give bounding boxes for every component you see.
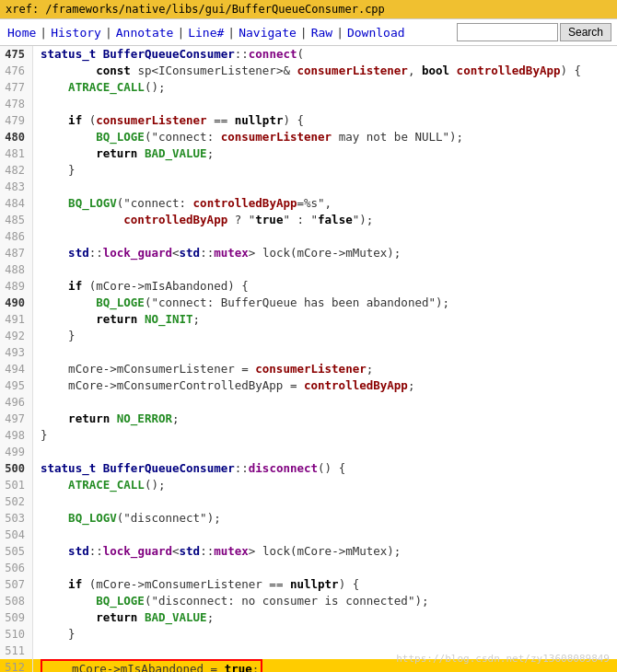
line-content	[33, 643, 617, 659]
line-number: 496	[0, 394, 33, 411]
table-row: 510 }	[0, 626, 617, 643]
line-content: }	[33, 328, 617, 344]
line-content: mCore->mIsAbandoned = true;	[33, 659, 617, 672]
line-content: ATRACE_CALL();	[33, 79, 617, 96]
table-row: 486	[0, 228, 617, 245]
table-row: 500status_t BufferQueueConsumer::disconn…	[0, 460, 617, 477]
table-row: 490 BQ_LOGE("connect: BufferQueue has be…	[0, 295, 617, 311]
nav-sep-2: |	[103, 26, 114, 40]
nav-bar: Home | History | Annotate | Line# | Navi…	[0, 19, 617, 46]
title-bar: xref: /frameworks/native/libs/gui/Buffer…	[0, 0, 617, 19]
table-row: 506	[0, 560, 617, 576]
line-content: return NO_ERROR;	[33, 411, 617, 427]
line-number: 480	[0, 129, 33, 145]
line-number: 489	[0, 278, 33, 295]
line-content	[33, 179, 617, 195]
table-row: 492 }	[0, 328, 617, 344]
nav-sep-1: |	[38, 26, 49, 40]
table-row: 507 if (mCore->mConsumerListener == null…	[0, 576, 617, 593]
table-row: 508 BQ_LOGE("disconnect: no consumer is …	[0, 593, 617, 609]
table-row: 475status_t BufferQueueConsumer::connect…	[0, 46, 617, 63]
nav-raw[interactable]: Raw	[309, 26, 334, 40]
table-row: 476 const sp<IConsumerListener>& consume…	[0, 63, 617, 79]
table-row: 482 }	[0, 162, 617, 179]
line-content: status_t BufferQueueConsumer::disconnect…	[33, 460, 617, 477]
line-number: 479	[0, 112, 33, 129]
line-number: 509	[0, 609, 33, 626]
line-content	[33, 261, 617, 278]
search-input[interactable]	[457, 23, 558, 41]
line-content: std::lock_guard<std::mutex> lock(mCore->…	[33, 245, 617, 261]
table-row: 480 BQ_LOGE("connect: consumerListener m…	[0, 129, 617, 145]
line-number: 493	[0, 344, 33, 361]
line-content	[33, 394, 617, 411]
table-row: 477 ATRACE_CALL();	[0, 79, 617, 96]
line-content: if (mCore->mIsAbandoned) {	[33, 278, 617, 295]
line-number: 478	[0, 96, 33, 112]
line-content: return NO_INIT;	[33, 311, 617, 328]
table-row: 491 return NO_INIT;	[0, 311, 617, 328]
title-text: xref: /frameworks/native/libs/gui/Buffer…	[6, 3, 385, 16]
line-number: 510	[0, 626, 33, 643]
nav-linenum[interactable]: Line#	[186, 26, 226, 40]
line-content: if (mCore->mConsumerListener == nullptr)…	[33, 576, 617, 593]
line-content	[33, 228, 617, 245]
nav-annotate[interactable]: Annotate	[114, 26, 176, 40]
line-number: 497	[0, 411, 33, 427]
table-row: 489 if (mCore->mIsAbandoned) {	[0, 278, 617, 295]
line-number: 494	[0, 361, 33, 377]
table-row: 479 if (consumerListener == nullptr) {	[0, 112, 617, 129]
table-row: 496	[0, 394, 617, 411]
line-number: 484	[0, 195, 33, 212]
line-content: controlledByApp ? "true" : "false");	[33, 212, 617, 228]
search-button[interactable]: Search	[560, 23, 611, 41]
nav-sep-4: |	[226, 26, 237, 40]
table-row: 478	[0, 96, 617, 112]
nav-download[interactable]: Download	[345, 26, 407, 40]
table-row: 512 mCore->mIsAbandoned = true;	[0, 659, 617, 672]
line-number: 485	[0, 212, 33, 228]
line-number: 503	[0, 510, 33, 527]
line-content: return BAD_VALUE;	[33, 145, 617, 162]
line-number: 499	[0, 444, 33, 460]
line-number: 505	[0, 543, 33, 560]
line-content: }	[33, 626, 617, 643]
code-area: 475status_t BufferQueueConsumer::connect…	[0, 46, 617, 672]
line-number: 488	[0, 261, 33, 278]
nav-history[interactable]: History	[49, 26, 103, 40]
nav-sep-3: |	[175, 26, 186, 40]
nav-home[interactable]: Home	[6, 26, 38, 40]
table-row: 481 return BAD_VALUE;	[0, 145, 617, 162]
table-row: 509 return BAD_VALUE;	[0, 609, 617, 626]
table-row: 484 BQ_LOGV("connect: controlledByApp=%s…	[0, 195, 617, 212]
table-row: 501 ATRACE_CALL();	[0, 477, 617, 493]
table-row: 511	[0, 643, 617, 659]
line-number: 486	[0, 228, 33, 245]
line-content	[33, 527, 617, 543]
line-content: mCore->mConsumerListener = consumerListe…	[33, 361, 617, 377]
line-number: 487	[0, 245, 33, 261]
table-row: 494 mCore->mConsumerListener = consumerL…	[0, 361, 617, 377]
line-content: const sp<IConsumerListener>& consumerLis…	[33, 63, 617, 79]
line-content: return BAD_VALUE;	[33, 609, 617, 626]
line-content	[33, 96, 617, 112]
table-row: 503 BQ_LOGV("disconnect");	[0, 510, 617, 527]
line-number: 477	[0, 79, 33, 96]
line-number: 483	[0, 179, 33, 195]
nav-sep-6: |	[334, 26, 345, 40]
table-row: 493	[0, 344, 617, 361]
table-row: 498}	[0, 427, 617, 444]
line-number: 502	[0, 493, 33, 510]
table-row: 495 mCore->mConsumerControlledByApp = co…	[0, 377, 617, 394]
table-row: 497 return NO_ERROR;	[0, 411, 617, 427]
line-content: ATRACE_CALL();	[33, 477, 617, 493]
line-content: }	[33, 162, 617, 179]
table-row: 504	[0, 527, 617, 543]
line-content: BQ_LOGE("disconnect: no consumer is conn…	[33, 593, 617, 609]
line-content: BQ_LOGV("disconnect");	[33, 510, 617, 527]
line-content	[33, 560, 617, 576]
line-number: 490	[0, 295, 33, 311]
line-content	[33, 493, 617, 510]
nav-navigate[interactable]: Navigate	[237, 26, 298, 40]
line-content: if (consumerListener == nullptr) {	[33, 112, 617, 129]
